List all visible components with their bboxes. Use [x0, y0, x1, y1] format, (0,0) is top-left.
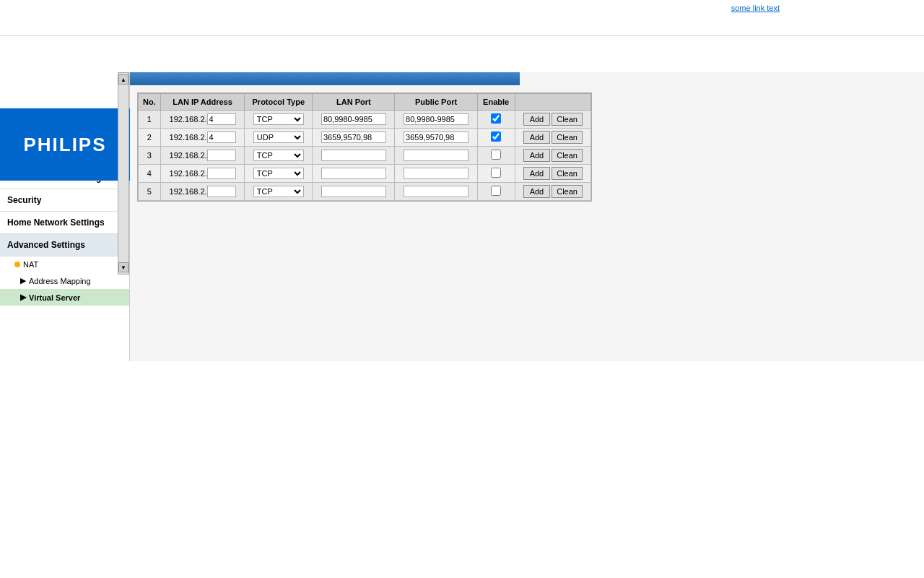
scroll-up-button[interactable]: ▲ [118, 74, 128, 85]
table-row-actions: AddClean [515, 165, 590, 183]
table-row-actions: AddClean [515, 129, 590, 147]
table-row-lan-port [313, 147, 395, 165]
lan-port-input[interactable] [321, 168, 386, 179]
public-port-input[interactable] [404, 186, 468, 197]
add-button[interactable]: Add [523, 149, 551, 162]
table-row-lan-port [313, 165, 395, 183]
scroll-down-button[interactable]: ▼ [118, 262, 128, 272]
ip-suffix-input[interactable] [207, 131, 236, 143]
clean-button[interactable]: Clean [552, 185, 583, 198]
table-row-protocol: TCPUDPTCP/UDP [245, 147, 313, 165]
ip-suffix-input[interactable] [207, 168, 236, 179]
col-protocol: Protocol Type [245, 94, 313, 111]
sidebar-item-advanced[interactable]: Advanced Settings [0, 234, 129, 256]
col-no: No. [139, 94, 161, 111]
lan-port-input[interactable] [321, 131, 386, 143]
table-row-enable [477, 147, 515, 165]
table-row-actions: AddClean [515, 111, 590, 129]
table-row-actions: AddClean [515, 147, 590, 165]
table-row-enable [477, 165, 515, 183]
table-row-enable [477, 111, 515, 129]
protocol-select[interactable]: TCPUDPTCP/UDP [253, 168, 304, 179]
clean-button[interactable]: Clean [552, 113, 583, 126]
content-header-bar [130, 72, 520, 85]
table-row-no: 2 [139, 129, 161, 147]
table-row-no: 1 [139, 111, 161, 129]
table-row-no: 5 [139, 183, 161, 201]
public-port-input[interactable] [404, 131, 468, 143]
sidebar-item-security[interactable]: Security [0, 189, 129, 212]
virtual-server-table: No. LAN IP Address Protocol Type LAN Por… [138, 93, 591, 201]
sidebar-subitem-virtual-server[interactable]: ▶ Virtual Server [0, 289, 129, 306]
table-row-public-port [395, 111, 477, 129]
enable-checkbox[interactable] [491, 186, 501, 196]
table-row-no: 3 [139, 147, 161, 165]
lan-port-input[interactable] [321, 150, 386, 161]
table-row-protocol: TCPUDPTCP/UDP [245, 111, 313, 129]
col-lan-ip: LAN IP Address [160, 94, 244, 111]
sidebar-item-home-network[interactable]: Home Network Settings [0, 212, 129, 234]
add-button[interactable]: Add [523, 131, 551, 144]
sidebar-subitem-address-mapping[interactable]: ▶ Address Mapping [0, 272, 129, 289]
table-row-protocol: TCPUDPTCP/UDP [245, 129, 313, 147]
protocol-select[interactable]: TCPUDPTCP/UDP [253, 113, 304, 125]
table-row-protocol: TCPUDPTCP/UDP [245, 165, 313, 183]
clean-button[interactable]: Clean [552, 167, 583, 180]
public-port-input[interactable] [404, 113, 468, 125]
ip-suffix-input[interactable] [207, 150, 236, 161]
arrow-icon: ▶ [20, 293, 26, 302]
table-row-no: 4 [139, 165, 161, 183]
content-area: No. LAN IP Address Protocol Type LAN Por… [130, 72, 924, 361]
lan-port-input[interactable] [321, 186, 386, 197]
virtual-server-table-container: No. LAN IP Address Protocol Type LAN Por… [137, 92, 592, 202]
table-row-enable [477, 129, 515, 147]
add-button[interactable]: Add [523, 167, 551, 180]
table-row-ip: 192.168.2. [160, 183, 244, 201]
protocol-select[interactable]: TCPUDPTCP/UDP [253, 186, 304, 197]
arrow-icon: ▶ [20, 276, 26, 285]
clean-button[interactable]: Clean [552, 131, 583, 144]
table-row-lan-port [313, 129, 395, 147]
table-row-enable [477, 183, 515, 201]
table-row-actions: AddClean [515, 183, 590, 201]
philips-logo: PHILIPS [0, 108, 130, 181]
add-button[interactable]: Add [523, 185, 551, 198]
bullet-icon [14, 262, 20, 267]
ip-suffix-input[interactable] [207, 186, 236, 197]
col-actions [515, 94, 590, 111]
ip-prefix: 192.168.2. [170, 187, 207, 196]
ip-prefix: 192.168.2. [170, 151, 207, 160]
sidebar-scrollbar[interactable]: ▲ ▼ [118, 72, 129, 275]
enable-checkbox[interactable] [491, 131, 501, 142]
table-row-protocol: TCPUDPTCP/UDP [245, 183, 313, 201]
protocol-select[interactable]: TCPUDPTCP/UDP [253, 150, 304, 161]
ip-prefix: 192.168.2. [170, 115, 207, 124]
clean-button[interactable]: Clean [552, 149, 583, 162]
public-port-input[interactable] [404, 150, 468, 161]
col-enable: Enable [477, 94, 515, 111]
col-public-port: Public Port [395, 94, 477, 111]
public-port-input[interactable] [404, 168, 468, 179]
table-row-public-port [395, 165, 477, 183]
ip-suffix-input[interactable] [207, 113, 236, 125]
table-row-ip: 192.168.2. [160, 111, 244, 129]
table-row-ip: 192.168.2. [160, 147, 244, 165]
protocol-select[interactable]: TCPUDPTCP/UDP [253, 131, 304, 143]
sidebar-subitem-nat[interactable]: NAT [0, 256, 129, 272]
enable-checkbox[interactable] [491, 168, 501, 178]
lan-port-input[interactable] [321, 113, 386, 125]
table-row-lan-port [313, 111, 395, 129]
enable-checkbox[interactable] [491, 150, 501, 160]
ip-prefix: 192.168.2. [170, 169, 207, 178]
table-row-lan-port [313, 183, 395, 201]
logo-text: PHILIPS [23, 134, 106, 156]
table-row-ip: 192.168.2. [160, 129, 244, 147]
col-lan-port: LAN Port [313, 94, 395, 111]
add-button[interactable]: Add [523, 113, 551, 126]
table-row-public-port [395, 183, 477, 201]
table-row-ip: 192.168.2. [160, 165, 244, 183]
table-row-public-port [395, 147, 477, 165]
ip-prefix: 192.168.2. [170, 133, 207, 142]
table-row-public-port [395, 129, 477, 147]
enable-checkbox[interactable] [491, 113, 501, 124]
